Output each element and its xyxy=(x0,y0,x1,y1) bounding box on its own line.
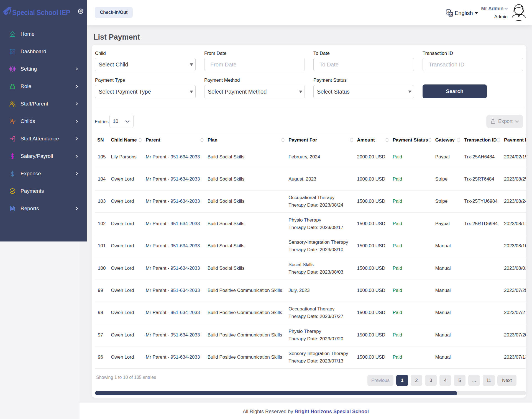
svg-text:文: 文 xyxy=(449,12,453,16)
